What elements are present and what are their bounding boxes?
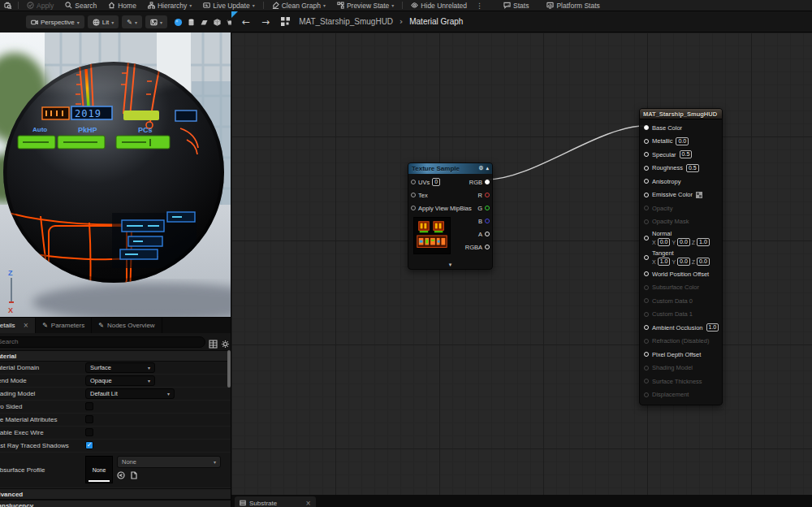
pin-circle-icon[interactable] — [644, 285, 649, 290]
node-expand-chevron-icon[interactable]: ▾ — [408, 262, 492, 268]
forward-button[interactable]: → — [259, 16, 272, 28]
details-settings-gear-icon[interactable] — [221, 337, 230, 346]
preview-cube-button[interactable] — [213, 18, 222, 27]
pin-value-box[interactable]: 0.5 — [680, 150, 693, 158]
material-pin-custom-data-1[interactable]: Custom Data 1 — [640, 308, 722, 322]
material-pin-tangent[interactable]: TangentX1.0Y0.0Z0.0 — [640, 248, 722, 267]
pin-circle-icon[interactable] — [485, 245, 490, 249]
preview-scene-dropdown[interactable]: ▾ — [145, 15, 167, 28]
pin-value-box[interactable]: 0.0 — [658, 238, 671, 246]
pin-circle-icon[interactable] — [644, 139, 649, 144]
pin-circle-icon[interactable] — [644, 312, 649, 317]
close-tab-icon[interactable]: × — [23, 322, 28, 329]
pin-circle-icon[interactable] — [644, 271, 649, 276]
pin-value-box[interactable]: 0.0 — [676, 137, 689, 145]
pin-value-box[interactable]: 1.0 — [697, 238, 710, 246]
material-pin-roughness[interactable]: Roughness0.5 — [640, 162, 722, 176]
material-node-header[interactable]: MAT_Starship_SmugHUD — [640, 109, 722, 119]
search-button[interactable]: Search — [59, 0, 102, 11]
material-pin-shading-model[interactable]: Shading Model — [640, 362, 722, 375]
pin-value-box[interactable]: 0 — [432, 178, 440, 186]
pin-circle-icon[interactable] — [644, 236, 649, 240]
texture-output-pin-b[interactable]: B — [465, 214, 490, 228]
panel-divider[interactable] — [231, 32, 231, 507]
node-settings-gear-icon[interactable]: ⚙ — [478, 166, 483, 171]
more-options-icon[interactable]: ⋮ — [473, 2, 486, 10]
pin-circle-icon[interactable] — [644, 179, 649, 184]
material-pin-pixel-depth-offset[interactable]: Pixel Depth Offset — [640, 348, 722, 362]
pin-value-box[interactable]: 1.0 — [706, 323, 719, 332]
preview-plane-button[interactable] — [200, 18, 209, 27]
pin-circle-icon[interactable] — [485, 193, 490, 197]
back-button[interactable]: ← — [240, 16, 253, 28]
texture-sample-node[interactable]: Texture Sample ⚙ ▴ UVs0TexApply View Mip… — [408, 162, 493, 270]
pin-circle-icon[interactable] — [644, 125, 649, 130]
pin-circle-icon[interactable] — [485, 180, 490, 184]
property-checkbox[interactable] — [85, 402, 93, 410]
material-pin-specular[interactable]: Specular0.5 — [640, 148, 722, 162]
material-pin-surface-thickness[interactable]: Surface Thickness — [640, 375, 722, 388]
pin-value-box[interactable]: 0.0 — [677, 258, 690, 266]
pin-circle-icon[interactable] — [644, 206, 649, 210]
tab-parameters[interactable]: ✎Parameters — [36, 318, 92, 333]
use-selected-asset-icon[interactable] — [117, 471, 125, 479]
clean-graph-button[interactable]: Clean Graph ▾ — [266, 0, 331, 11]
collapse-up-icon[interactable]: ▴ — [486, 166, 489, 171]
pin-circle-icon[interactable] — [644, 325, 649, 330]
hide-unrelated-button[interactable]: Hide Unrelated — [405, 0, 473, 11]
preview-state-button[interactable]: Preview State ▾ — [331, 0, 400, 11]
hierarchy-button[interactable]: Hierarchy ▾ — [142, 0, 197, 11]
pin-circle-icon[interactable] — [485, 219, 490, 223]
pin-circle-icon[interactable] — [644, 352, 649, 357]
texture-output-pin-r[interactable]: R — [465, 188, 490, 202]
graph-overview-icon[interactable] — [280, 16, 291, 27]
property-checkbox[interactable] — [85, 415, 93, 423]
texture-input-pin-apply-view-mipbias[interactable]: Apply View MipBias — [411, 202, 472, 214]
texture-node-header[interactable]: Texture Sample ⚙ ▴ — [408, 163, 492, 174]
pin-value-box[interactable]: 1.0 — [658, 258, 671, 266]
pin-circle-icon[interactable] — [485, 232, 490, 236]
perspective-dropdown[interactable]: Perspective ▾ — [26, 15, 84, 28]
pin-circle-icon[interactable] — [644, 166, 649, 171]
material-pin-ambient-occlusion[interactable]: Ambient Occlusion1.0 — [640, 321, 722, 335]
category-advanced[interactable]: Advanced — [0, 488, 231, 500]
preview-sphere-button[interactable] — [174, 18, 183, 27]
pin-circle-icon[interactable] — [644, 219, 649, 224]
texture-input-pin-uvs[interactable]: UVs0 — [411, 176, 472, 188]
pin-circle-icon[interactable] — [411, 206, 416, 210]
material-pin-opacity-mask[interactable]: Opacity Mask — [640, 215, 722, 229]
pin-circle-icon[interactable] — [411, 180, 416, 184]
lit-mode-dropdown[interactable]: Lit ▾ — [88, 15, 119, 28]
pin-circle-icon[interactable] — [644, 379, 649, 384]
emissive-color-swatch-icon[interactable] — [696, 192, 702, 198]
material-pin-base-color[interactable]: Base Color — [640, 121, 722, 135]
property-checkbox[interactable] — [85, 428, 93, 436]
tab-details[interactable]: Details× — [0, 318, 36, 333]
texture-output-pin-g[interactable]: G — [465, 202, 490, 214]
material-pin-emissive-color[interactable]: Emissive Color — [640, 188, 722, 202]
material-pin-metallic[interactable]: Metallic0.0 — [640, 135, 722, 149]
material-pin-subsurface-color[interactable]: Subsurface Color — [640, 281, 722, 295]
pin-circle-icon[interactable] — [644, 392, 649, 397]
preview-cylinder-button[interactable] — [187, 18, 196, 27]
apply-button[interactable]: Apply — [21, 0, 59, 11]
asset-dropdown[interactable]: None▾ — [117, 456, 221, 468]
pin-circle-icon[interactable] — [644, 152, 649, 157]
texture-output-pin-a[interactable]: A — [465, 228, 490, 240]
tab-substrate[interactable]: Substrate × — [235, 496, 316, 507]
material-result-node[interactable]: MAT_Starship_SmugHUD Base ColorMetallic0… — [639, 108, 723, 405]
property-dropdown[interactable]: Default Lit▾ — [85, 388, 175, 399]
asset-thumbnail[interactable]: None — [85, 456, 113, 483]
pin-circle-icon[interactable] — [644, 298, 649, 303]
material-pin-opacity[interactable]: Opacity — [640, 202, 722, 215]
texture-input-pin-tex[interactable]: Tex — [411, 188, 472, 202]
tab-nodes-overview[interactable]: ✎Nodes Overview — [92, 318, 162, 333]
pin-circle-icon[interactable] — [644, 193, 649, 197]
display-filter-grid-icon[interactable] — [209, 337, 218, 346]
close-tab-icon[interactable]: × — [305, 500, 311, 507]
property-checkbox[interactable]: ✓ — [85, 441, 93, 449]
texture-output-pin-rgb[interactable]: RGB — [465, 176, 490, 188]
material-pin-displacement[interactable]: Displacement — [640, 388, 722, 402]
pin-value-box[interactable]: 0.0 — [677, 238, 690, 246]
material-pin-custom-data-0[interactable]: Custom Data 0 — [640, 294, 722, 308]
